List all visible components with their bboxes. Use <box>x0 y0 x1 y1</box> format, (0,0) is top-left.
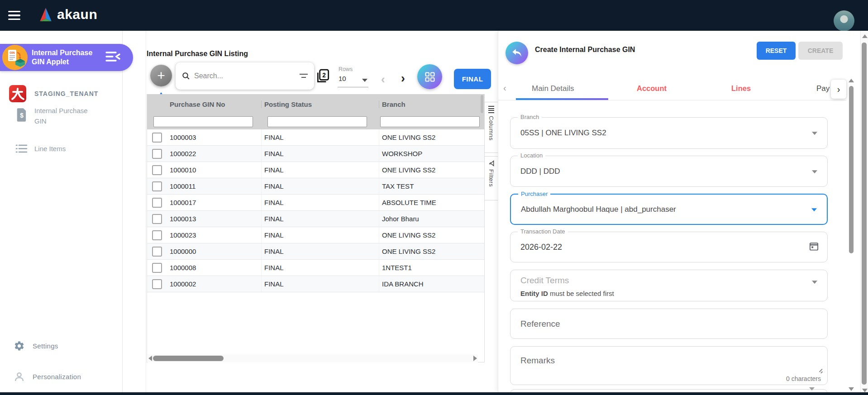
cell-posting-status: FINAL <box>261 211 379 227</box>
row-checkbox[interactable] <box>152 263 162 273</box>
applet-header[interactable]: GIN Internal Purchase GIN Applet <box>0 44 133 71</box>
chevron-down-icon[interactable] <box>812 281 817 284</box>
cell-posting-status: FINAL <box>261 243 379 259</box>
filter-input-branch[interactable] <box>380 116 480 127</box>
location-field[interactable]: Location DDD | DDD <box>510 156 828 187</box>
panel-scroll-up-icon[interactable] <box>849 79 854 82</box>
row-checkbox[interactable] <box>152 198 162 208</box>
sidebar-item-tenant[interactable]: STAGING_TENANT <box>34 90 98 97</box>
table-row[interactable]: 1000002 FINAL IDA BRANCH <box>147 276 484 292</box>
table-row[interactable]: 1000008 FINAL 1NTEST1 <box>147 260 484 276</box>
user-avatar[interactable] <box>834 10 854 31</box>
tab-pay[interactable]: Pay <box>816 84 830 93</box>
cell-gin-no: 1000023 <box>167 231 261 239</box>
table-horizontal-scrollbar[interactable] <box>148 354 478 362</box>
table-row[interactable]: 1000022 FINAL WORKSHOP <box>147 146 484 162</box>
cell-gin-no: 1000010 <box>167 166 261 174</box>
chevron-down-icon[interactable] <box>812 170 817 173</box>
filter-input-gin-no[interactable] <box>153 116 253 127</box>
back-button[interactable] <box>506 42 528 64</box>
table-row[interactable]: 1000003 FINAL ONE LIVING SS2 <box>147 129 484 146</box>
table-row[interactable]: 1000010 FINAL ONE LIVING SS2 <box>147 162 484 178</box>
columns-side-tab[interactable]: Columns <box>484 102 498 153</box>
applet-title: Internal Purchase GIN Applet <box>32 48 104 67</box>
scroll-right-icon[interactable] <box>473 356 477 361</box>
credit-terms-field[interactable]: Credit Terms Entity ID must be selected … <box>510 270 828 301</box>
tab-lines[interactable]: Lines <box>731 84 751 93</box>
cell-gin-no: 1000022 <box>167 150 261 157</box>
sidebar-item-internal-purchase-gin[interactable]: Internal Purchase GIN <box>34 106 88 126</box>
sidebar-item-personalization[interactable]: Personalization <box>33 373 81 381</box>
cell-posting-status: FINAL <box>261 162 379 178</box>
tabs-scroll-left-icon[interactable]: ‹ <box>503 83 506 93</box>
scroll-left-icon[interactable] <box>148 356 152 361</box>
table-row[interactable]: 1000011 FINAL TAX TEST <box>147 178 484 195</box>
hamburger-menu-icon[interactable] <box>8 11 20 20</box>
row-checkbox[interactable] <box>152 279 162 289</box>
window-bottom-edge <box>0 392 868 395</box>
svg-text:$: $ <box>20 112 24 119</box>
final-filter-button[interactable]: FINAL <box>454 69 491 89</box>
page-scroll-up-icon[interactable] <box>862 34 868 38</box>
tabs-scroll-right-button[interactable]: › <box>831 80 846 99</box>
chevron-down-icon[interactable] <box>811 208 817 211</box>
cell-branch: 1NTEST1 <box>379 260 484 276</box>
transaction-date-field[interactable]: Transaction Date 2026-02-22 <box>510 232 828 262</box>
add-button[interactable]: + <box>150 65 172 86</box>
cell-branch: IDA BRANCH <box>379 276 484 292</box>
search-input[interactable]: Search... <box>176 62 314 90</box>
row-checkbox[interactable] <box>152 247 162 257</box>
gear-icon <box>14 340 25 353</box>
table-vertical-scrollbar[interactable] <box>481 95 483 113</box>
column-header-branch[interactable]: Branch <box>379 100 484 108</box>
filters-side-tab[interactable]: Filters <box>484 156 498 200</box>
next-page-icon[interactable]: › <box>401 71 405 86</box>
table-row[interactable]: 1000017 FINAL ABSOLUTE TIME <box>147 195 484 211</box>
chevron-down-icon <box>809 387 815 390</box>
create-button[interactable]: CREATE <box>798 42 843 60</box>
rows-caret-icon[interactable] <box>362 79 367 82</box>
rows-per-page-select[interactable]: 10 <box>339 75 346 82</box>
chevron-down-icon[interactable] <box>812 132 817 135</box>
cell-posting-status: FINAL <box>261 260 379 276</box>
pages-icon[interactable]: 2 <box>315 68 330 86</box>
purchaser-field[interactable]: Purchaser Abdullah Marghoobul Haque | ab… <box>510 194 828 225</box>
column-header-gin-no[interactable]: Purchase GIN No <box>167 100 261 108</box>
row-checkbox[interactable] <box>152 133 162 143</box>
page-scrollbar-thumb[interactable] <box>862 43 867 385</box>
table-row[interactable]: 1000000 FINAL ONE LIVING SS2 <box>147 243 484 260</box>
table-row[interactable]: 1000023 FINAL ONE LIVING SS2 <box>147 227 484 243</box>
column-header-posting-status[interactable]: Posting Status <box>261 100 379 108</box>
cell-branch: ONE LIVING SS2 <box>379 162 484 178</box>
row-checkbox[interactable] <box>152 149 162 159</box>
sidebar-item-line-items[interactable]: Line Items <box>34 145 66 152</box>
row-checkbox[interactable] <box>152 165 162 175</box>
row-checkbox[interactable] <box>152 214 162 224</box>
cell-posting-status: FINAL <box>261 129 379 145</box>
panel-scrollbar-thumb[interactable] <box>849 86 854 253</box>
resize-handle-icon[interactable] <box>818 369 823 374</box>
grid-view-button[interactable] <box>417 64 442 89</box>
search-icon <box>182 72 190 80</box>
page-scroll-down-icon[interactable] <box>862 389 868 392</box>
filter-input-posting-status[interactable] <box>267 116 367 127</box>
calendar-icon[interactable] <box>809 241 819 253</box>
horizontal-scroll-thumb[interactable] <box>153 356 224 361</box>
table-row[interactable]: 1000013 FINAL Johor Bharu <box>147 211 484 227</box>
cell-branch: WORKSHOP <box>379 146 484 162</box>
row-checkbox[interactable] <box>152 230 162 240</box>
reset-button[interactable]: RESET <box>757 42 796 60</box>
panel-divider <box>146 31 146 392</box>
filter-list-icon[interactable] <box>300 74 308 78</box>
sidebar-item-settings[interactable]: Settings <box>33 342 58 350</box>
branch-field[interactable]: Branch 05SS | ONE LIVING SS2 <box>510 117 828 149</box>
reference-field[interactable]: Reference <box>510 309 828 339</box>
remarks-field[interactable]: Remarks 0 characters <box>510 346 828 385</box>
tab-account[interactable]: Account <box>637 84 667 93</box>
row-checkbox[interactable] <box>152 181 162 191</box>
panel-scroll-down-icon[interactable] <box>849 387 854 391</box>
gin-applet-icon: GIN <box>2 45 28 70</box>
sidebar-collapse-icon[interactable] <box>105 51 121 64</box>
tenant-icon <box>9 85 26 102</box>
tab-main-details[interactable]: Main Details <box>532 84 574 93</box>
